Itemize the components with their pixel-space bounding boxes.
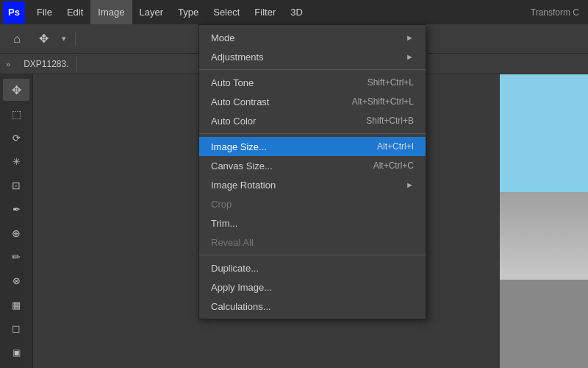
menu-type[interactable]: Type: [171, 0, 206, 24]
menu-file[interactable]: File: [29, 0, 60, 24]
panel-toggle[interactable]: »: [6, 60, 16, 68]
menu-apply-image[interactable]: Apply Image...: [199, 277, 426, 297]
toolbar-divider-1: [75, 32, 76, 46]
tool-lasso[interactable]: ⟳: [3, 127, 29, 149]
tool-eyedropper[interactable]: ✒: [3, 198, 29, 220]
tool-panel: ✥ ⬚ ⟳ ✳ ⊡ ✒ ⊕ ✏ ⊗ ▦ ◻ ▣: [0, 74, 33, 368]
image-dropdown-menu: Mode ► Adjustments ► Auto Tone Shift+Ctr…: [198, 24, 426, 319]
menu-group-3: Image Size... Alt+Ctrl+I Canvas Size... …: [199, 134, 426, 255]
menu-reveal-all: Reveal All: [199, 233, 426, 252]
move-dropdown[interactable]: ▾: [59, 32, 69, 45]
tool-crop[interactable]: ⊡: [3, 174, 29, 197]
ps-logo: Ps: [3, 1, 25, 24]
menu-edit[interactable]: Edit: [60, 0, 90, 24]
menu-group-2: Auto Tone Shift+Ctrl+L Auto Contrast Alt…: [199, 70, 426, 134]
menu-select[interactable]: Select: [206, 0, 247, 24]
menu-image-size[interactable]: Image Size... Alt+Ctrl+I: [199, 137, 426, 156]
menu-image-rotation[interactable]: Image Rotation ►: [199, 175, 426, 194]
menu-trim[interactable]: Trim...: [199, 213, 426, 233]
menu-3d[interactable]: 3D: [283, 0, 310, 24]
home-button[interactable]: ⌂: [6, 28, 28, 50]
menu-duplicate[interactable]: Duplicate...: [199, 258, 426, 277]
menu-mode[interactable]: Mode ►: [199, 28, 426, 47]
tool-history[interactable]: ▦: [3, 294, 29, 316]
image-preview: [500, 74, 588, 368]
tool-magic-wand[interactable]: ✳: [3, 150, 29, 172]
menu-auto-tone[interactable]: Auto Tone Shift+Ctrl+L: [199, 73, 426, 92]
menu-auto-contrast[interactable]: Auto Contrast Alt+Shift+Ctrl+L: [199, 92, 426, 111]
file-tab[interactable]: DXP11283.: [16, 56, 76, 72]
tool-clone[interactable]: ⊗: [3, 269, 29, 291]
tool-brush[interactable]: ✏: [3, 246, 29, 268]
menu-bar: Ps File Edit Image Layer Type Select Fil…: [0, 0, 588, 24]
tool-eraser[interactable]: ◻: [3, 317, 29, 339]
menu-auto-color[interactable]: Auto Color Shift+Ctrl+B: [199, 111, 426, 130]
transform-label: Transform C: [531, 7, 585, 18]
tool-healing[interactable]: ⊕: [3, 222, 29, 244]
tool-marquee[interactable]: ⬚: [3, 102, 29, 124]
tool-move[interactable]: ✥: [3, 79, 29, 101]
menu-layer[interactable]: Layer: [132, 0, 171, 24]
menu-canvas-size[interactable]: Canvas Size... Alt+Ctrl+C: [199, 156, 426, 175]
menu-calculations[interactable]: Calculations...: [199, 297, 426, 316]
menu-group-1: Mode ► Adjustments ►: [199, 25, 426, 70]
menu-adjustments[interactable]: Adjustments ►: [199, 47, 426, 66]
menu-crop: Crop: [199, 194, 426, 213]
tool-gradient[interactable]: ▣: [3, 342, 29, 364]
menu-group-4: Duplicate... Apply Image... Calculations…: [199, 255, 426, 319]
move-tool-button[interactable]: ✥: [32, 28, 54, 50]
menu-image[interactable]: Image: [90, 0, 132, 24]
menu-filter[interactable]: Filter: [247, 0, 283, 24]
